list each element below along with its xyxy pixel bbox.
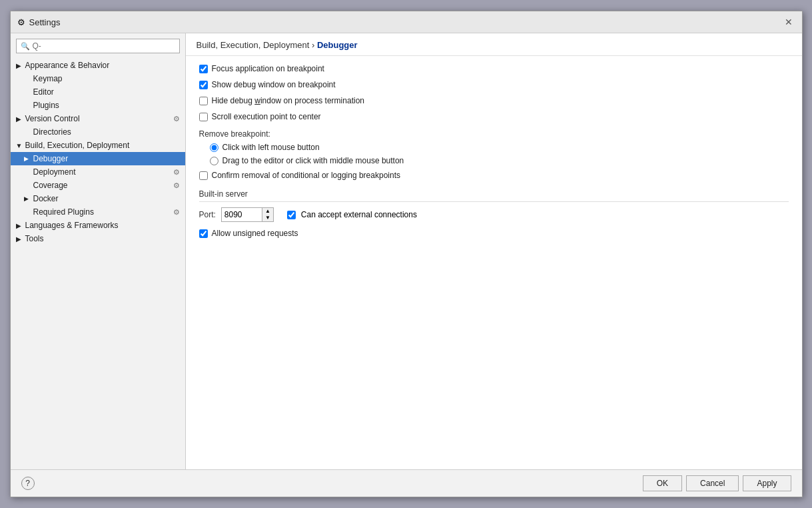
sidebar-item-editor[interactable]: Editor: [11, 85, 185, 99]
scroll-exec-row: Scroll execution point to center: [199, 112, 789, 121]
settings-icon: ⚙: [173, 115, 180, 123]
scroll-exec-label[interactable]: Scroll execution point to center: [212, 112, 321, 121]
confirm-removal-checkbox[interactable]: [199, 171, 208, 180]
breadcrumb-path: Build, Execution, Deployment: [197, 40, 310, 50]
port-label: Port:: [199, 210, 216, 219]
allow-unsigned-label[interactable]: Allow unsigned requests: [212, 229, 298, 238]
drag-middle-label[interactable]: Drag to the editor or click with middle …: [222, 156, 404, 165]
settings-icon: ⚙: [173, 168, 180, 177]
dialog-footer: ? OK Cancel Apply: [11, 469, 802, 497]
scroll-exec-checkbox[interactable]: [199, 113, 208, 121]
arrow-icon: ▶: [16, 62, 24, 69]
sidebar-item-debugger[interactable]: ▶ Debugger: [11, 152, 185, 165]
settings-section: Focus application on breakpoint Show deb…: [186, 56, 802, 469]
footer-buttons: OK Cancel Apply: [643, 475, 791, 491]
content-panel: Build, Execution, Deployment › Debugger …: [186, 33, 802, 469]
sidebar-item-required-plugins[interactable]: Required Plugins ⚙: [11, 205, 185, 219]
hide-debug-checkbox[interactable]: [199, 97, 208, 105]
sidebar-item-label: Directories: [33, 127, 180, 137]
sidebar-item-label: Version Control: [25, 114, 173, 123]
dialog-title: Settings: [29, 17, 61, 27]
remove-breakpoint-options: Click with left mouse button Drag to the…: [210, 143, 789, 165]
sidebar-item-deployment[interactable]: Deployment ⚙: [11, 165, 185, 179]
arrow-icon: ▶: [16, 115, 24, 123]
arrow-icon: ▶: [24, 195, 32, 202]
focus-app-checkbox[interactable]: [199, 65, 208, 73]
dialog-body: 🔍 ▶ Appearance & Behavior Keymap Edito: [11, 33, 802, 469]
port-input-wrap: ▲ ▼: [221, 207, 274, 222]
confirm-removal-label[interactable]: Confirm removal of conditional or loggin…: [212, 171, 400, 180]
search-icon: 🔍: [21, 42, 30, 51]
title-bar-left: ⚙ Settings: [17, 17, 61, 27]
focus-app-label[interactable]: Focus application on breakpoint: [212, 64, 324, 73]
arrow-icon: ▼: [16, 142, 24, 149]
sidebar-item-version-control[interactable]: ▶ Version Control ⚙: [11, 112, 185, 125]
radio-click-left: Click with left mouse button: [210, 143, 789, 152]
allow-unsigned-row: Allow unsigned requests: [199, 229, 789, 238]
sidebar-tree: ▶ Appearance & Behavior Keymap Editor Pl…: [11, 59, 185, 469]
allow-unsigned-checkbox[interactable]: [199, 229, 208, 238]
sidebar-item-label: Coverage: [33, 181, 173, 190]
sidebar-item-label: Keymap: [33, 74, 180, 83]
sidebar-item-label: Appearance & Behavior: [25, 61, 180, 70]
cancel-button[interactable]: Cancel: [686, 475, 739, 491]
built-in-server-label: Built-in server: [199, 189, 789, 202]
show-debug-label[interactable]: Show debug window on breakpoint: [212, 80, 336, 89]
help-button[interactable]: ?: [21, 477, 35, 490]
ok-button[interactable]: OK: [643, 475, 682, 491]
search-box[interactable]: 🔍: [16, 39, 180, 53]
settings-icon: ⚙: [173, 208, 180, 217]
sidebar: 🔍 ▶ Appearance & Behavior Keymap Edito: [11, 33, 186, 469]
sidebar-item-languages[interactable]: ▶ Languages & Frameworks: [11, 219, 185, 232]
sidebar-item-build-exec[interactable]: ▼ Build, Execution, Deployment: [11, 139, 185, 152]
sidebar-item-label: Debugger: [33, 154, 180, 163]
port-spinners: ▲ ▼: [262, 208, 273, 221]
breadcrumb-separator: ›: [312, 40, 317, 50]
sidebar-item-label: Tools: [25, 234, 180, 243]
show-debug-row: Show debug window on breakpoint: [199, 80, 789, 89]
sidebar-item-docker[interactable]: ▶ Docker: [11, 192, 185, 205]
arrow-icon: ▶: [16, 222, 24, 229]
sidebar-item-label: Languages & Frameworks: [25, 221, 180, 230]
sidebar-item-coverage[interactable]: Coverage ⚙: [11, 179, 185, 192]
confirm-removal-row: Confirm removal of conditional or loggin…: [199, 171, 789, 180]
sidebar-item-label: Required Plugins: [33, 207, 173, 217]
sidebar-item-label: Build, Execution, Deployment: [25, 141, 180, 150]
breadcrumb-current: Debugger: [317, 40, 358, 50]
port-row: Port: ▲ ▼ Can accept external connection…: [199, 207, 789, 222]
port-input[interactable]: [222, 209, 262, 221]
click-left-label[interactable]: Click with left mouse button: [222, 143, 320, 152]
dialog-icon: ⚙: [17, 17, 25, 27]
click-left-radio[interactable]: [210, 143, 218, 152]
show-debug-checkbox[interactable]: [199, 81, 208, 89]
sidebar-item-label: Docker: [33, 194, 180, 203]
apply-button[interactable]: Apply: [743, 475, 791, 491]
sidebar-item-tools[interactable]: ▶ Tools: [11, 232, 185, 245]
radio-drag-middle: Drag to the editor or click with middle …: [210, 156, 789, 165]
sidebar-item-label: Plugins: [33, 101, 180, 110]
hide-debug-label: Hide debug window on process termination: [212, 96, 364, 105]
arrow-icon: ▶: [24, 155, 32, 162]
drag-middle-radio[interactable]: [210, 157, 218, 165]
search-input[interactable]: [33, 41, 175, 51]
sidebar-item-appearance[interactable]: ▶ Appearance & Behavior: [11, 59, 185, 72]
sidebar-item-plugins[interactable]: Plugins: [11, 99, 185, 112]
sidebar-item-label: Deployment: [33, 167, 173, 177]
settings-icon: ⚙: [173, 181, 180, 190]
hide-debug-row: Hide debug window on process termination: [199, 96, 789, 105]
close-button[interactable]: ✕: [782, 15, 795, 29]
remove-breakpoint-label: Remove breakpoint:: [199, 129, 789, 139]
sidebar-item-directories[interactable]: Directories: [11, 125, 185, 139]
breadcrumb: Build, Execution, Deployment › Debugger: [186, 33, 802, 56]
sidebar-item-label: Editor: [33, 87, 180, 97]
sidebar-item-keymap[interactable]: Keymap: [11, 72, 185, 85]
title-bar: ⚙ Settings ✕: [11, 11, 802, 33]
port-decrement-button[interactable]: ▼: [262, 215, 273, 221]
settings-dialog: ⚙ Settings ✕ 🔍 ▶ Appearance & Behavior: [10, 11, 803, 497]
can-accept-checkbox[interactable]: [287, 211, 296, 219]
arrow-icon: ▶: [16, 235, 24, 243]
focus-app-row: Focus application on breakpoint: [199, 64, 789, 73]
port-increment-button[interactable]: ▲: [262, 208, 273, 215]
can-accept-label[interactable]: Can accept external connections: [301, 210, 417, 219]
